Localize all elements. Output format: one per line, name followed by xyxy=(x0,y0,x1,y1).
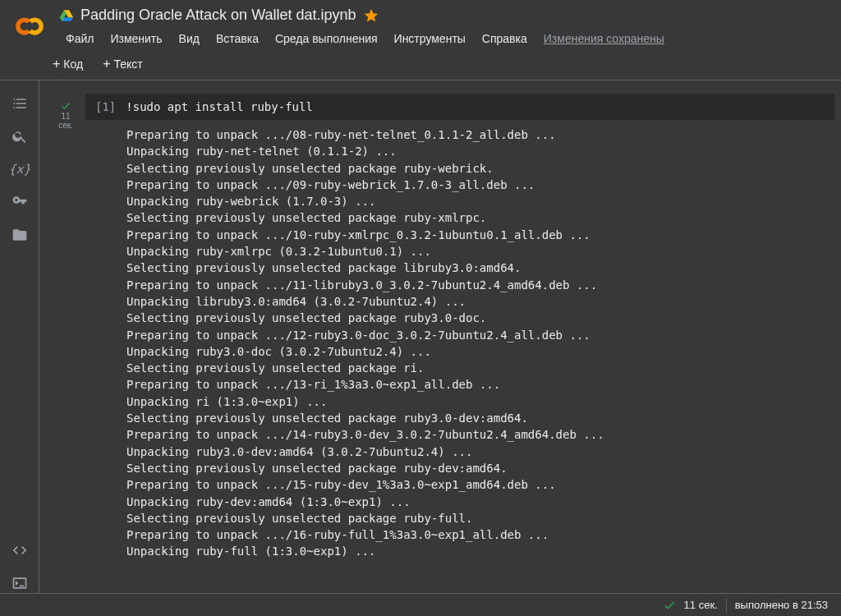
menu-edit[interactable]: Изменить xyxy=(103,29,168,48)
check-icon xyxy=(60,100,71,112)
secrets-icon[interactable] xyxy=(0,186,39,218)
colab-logo[interactable] xyxy=(13,10,46,43)
status-bar: 11 сек. выполнено в 21:53 xyxy=(0,593,841,616)
toolbar: +Код +Текст xyxy=(0,48,841,80)
save-status[interactable]: Изменения сохранены xyxy=(537,29,671,48)
toc-icon[interactable] xyxy=(0,87,39,120)
main-area: 11 сек. [1] !sudo apt install ruby-full … xyxy=(39,80,841,606)
code-input[interactable]: [1] !sudo apt install ruby-full xyxy=(85,94,834,120)
menu-runtime[interactable]: Среда выполнения xyxy=(269,29,384,48)
status-separator xyxy=(726,599,727,612)
add-text-button[interactable]: +Текст xyxy=(96,53,149,75)
files-icon[interactable] xyxy=(0,218,39,251)
code-snippets-icon[interactable] xyxy=(0,534,39,567)
menu-insert[interactable]: Вставка xyxy=(209,29,265,48)
menu-help[interactable]: Справка xyxy=(476,29,534,48)
add-text-label: Текст xyxy=(114,57,143,71)
star-icon[interactable] xyxy=(363,7,379,24)
cell-gutter: 11 сек. xyxy=(46,94,85,560)
status-check-icon xyxy=(663,599,676,612)
menu-tools[interactable]: Инструменты xyxy=(388,29,472,48)
add-code-button[interactable]: +Код xyxy=(46,53,90,75)
notebook-title[interactable]: Padding Oracle Attack on Wallet dat.ipyn… xyxy=(80,7,356,24)
menu-file[interactable]: Файл xyxy=(59,29,100,48)
code-cell[interactable]: 11 сек. [1] !sudo apt install ruby-full … xyxy=(46,94,834,560)
header: Padding Oracle Attack on Wallet dat.ipyn… xyxy=(0,0,841,48)
drive-icon xyxy=(59,8,74,23)
left-sidebar: {x} xyxy=(0,80,39,606)
gutter-unit: сек. xyxy=(58,121,73,130)
status-completed: выполнено в 21:53 xyxy=(735,599,828,611)
search-icon[interactable] xyxy=(0,120,39,153)
gutter-seconds: 11 xyxy=(61,112,70,121)
menu-view[interactable]: Вид xyxy=(172,29,206,48)
variables-icon[interactable]: {x} xyxy=(0,153,39,186)
cell-prompt: [1] xyxy=(95,100,116,113)
code-line: !sudo apt install ruby-full xyxy=(126,100,313,113)
cell-output: Preparing to unpack .../08-ruby-net-teln… xyxy=(85,120,834,560)
add-code-label: Код xyxy=(63,57,83,71)
menu-bar: Файл Изменить Вид Вставка Среда выполнен… xyxy=(59,29,828,48)
status-time: 11 сек. xyxy=(684,599,718,611)
